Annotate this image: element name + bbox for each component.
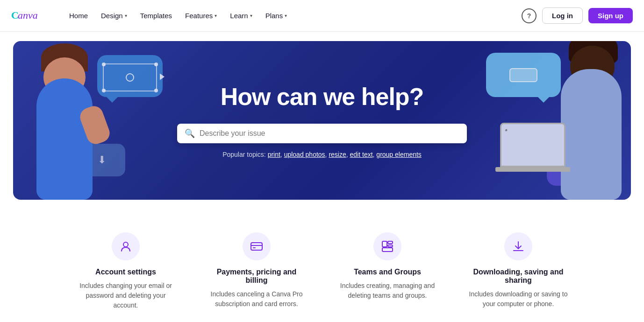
account-settings-icon [112,232,140,260]
ac-icon [509,68,537,82]
corner-handle [154,89,158,92]
category-title: Payments, pricing and billing [205,268,308,285]
chevron-down-icon: ▾ [250,13,252,18]
payments-billing-icon [243,232,271,260]
svg-rect-5 [253,247,256,248]
category-account-settings[interactable]: Account settings Includes changing your … [74,232,177,310]
topic-upload-photos[interactable]: upload photos [284,151,325,158]
topic-group-elements[interactable]: group elements [376,151,422,158]
character-body [561,69,622,200]
signup-button[interactable]: Sign up [588,8,633,23]
downloading-sharing-icon [504,232,532,260]
category-description: Includes canceling a Canva Pro subscript… [205,289,308,309]
svg-rect-9 [382,248,393,252]
svg-rect-3 [251,243,262,250]
nav-learn[interactable]: Learn ▾ [224,8,258,23]
categories-section: Account settings Includes changing your … [0,209,644,322]
popular-topics: Popular topics: print, upload photos, re… [177,151,467,158]
chevron-down-icon: ▾ [125,13,127,18]
login-button[interactable]: Log in [542,7,583,24]
speech-bubble-right-top [486,53,561,97]
svg-rect-7 [388,241,393,244]
svg-point-2 [123,242,128,247]
search-input[interactable] [200,129,459,138]
topic-resize[interactable]: resize [329,151,346,158]
category-description: Includes creating, managing and deleting… [336,281,439,301]
nav-actions: ? Log in Sign up [522,7,633,24]
svg-rect-6 [382,241,387,247]
search-bar: 🔍 [177,124,467,143]
ac-vent [509,68,537,82]
chevron-down-icon: ▾ [215,13,217,18]
hero-content: How can we help? 🔍 Popular topics: print… [168,83,476,158]
category-description: Includes changing your email or password… [74,281,177,310]
laptop-base [495,167,570,172]
navbar: C anva Home Design ▾ Templates Features … [0,0,644,32]
hero-section: ⬇ ♛ a How c [13,41,631,200]
topic-print[interactable]: print [268,151,280,158]
category-downloading-sharing[interactable]: Downloading, saving and sharing Includes… [467,232,570,310]
nav-design[interactable]: Design ▾ [95,8,133,23]
category-description: Includes downloading or saving to your c… [467,289,570,309]
category-title: Downloading, saving and sharing [467,268,570,285]
nav-links: Home Design ▾ Templates Features ▾ Learn… [64,8,522,23]
laptop-screen: a [500,123,565,167]
character-left [22,50,116,200]
search-icon: 🔍 [185,128,195,139]
nav-features[interactable]: Features ▾ [179,8,222,23]
teams-groups-icon [373,232,401,260]
category-title: Account settings [74,268,177,276]
corner-handle [154,63,158,66]
chevron-down-icon: ▾ [285,13,287,18]
nav-templates[interactable]: Templates [135,8,178,23]
help-button[interactable]: ? [522,8,537,23]
hero-title: How can we help? [177,83,467,111]
category-title: Teams and Groups [336,268,439,276]
canva-logo[interactable]: C anva [11,7,49,24]
nav-home[interactable]: Home [64,8,93,23]
cursor-icon [160,74,165,80]
nav-plans[interactable]: Plans ▾ [260,8,293,23]
category-teams-groups[interactable]: Teams and Groups Includes creating, mana… [336,232,439,310]
category-payments-billing[interactable]: Payments, pricing and billing Includes c… [205,232,308,310]
svg-rect-8 [388,245,393,247]
topic-edit-text[interactable]: edit text [350,151,373,158]
character-body [36,78,93,200]
svg-text:anva: anva [18,9,38,21]
